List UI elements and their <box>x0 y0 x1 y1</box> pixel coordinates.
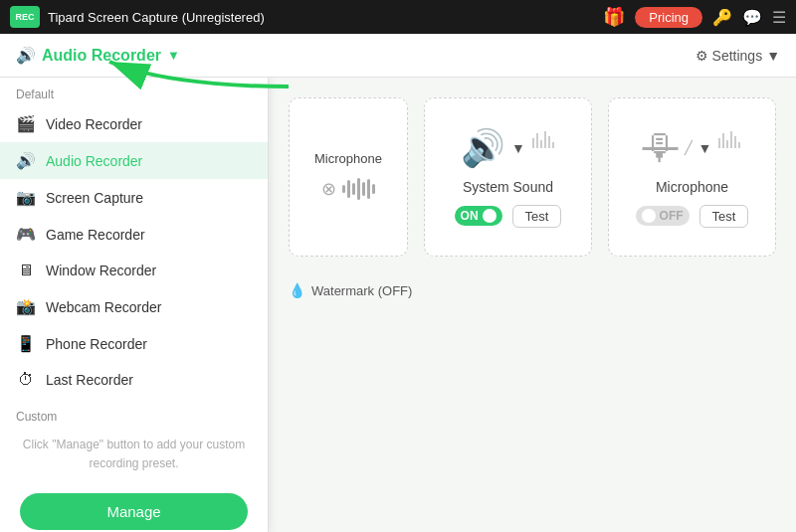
microphone-test-button[interactable]: Test <box>699 205 749 228</box>
last-recorder-icon: ⏱ <box>16 371 36 389</box>
app-logo: REC <box>10 6 40 28</box>
mic-toggle-knob <box>642 209 656 223</box>
system-sound-label: System Sound <box>463 179 553 195</box>
sidebar-item-game-label: Game Recorder <box>46 227 145 243</box>
main-content: 🔊 Audio Recorder ▼ ⚙ Settings ▼ Default … <box>0 34 796 532</box>
sidebar-item-phone[interactable]: 📱 Phone Recorder <box>0 325 268 362</box>
audio-cards-row: Microphone ⊗ <box>289 97 776 257</box>
video-recorder-icon: 🎬 <box>16 114 36 133</box>
mic-toggle-label: OFF <box>660 209 684 223</box>
gift-icon: 🎁 <box>603 6 625 28</box>
sidebar-item-last[interactable]: ⏱ Last Recorder <box>0 362 268 398</box>
manage-button[interactable]: Manage <box>20 493 248 530</box>
waveform <box>342 174 375 204</box>
custom-hint-text: Click "Manage" button to add your custom… <box>0 428 268 481</box>
mode-selector[interactable]: 🔊 Audio Recorder ▼ <box>16 46 180 65</box>
sidebar-item-audio-label: Audio Recorder <box>46 153 142 169</box>
audio-mode-icon: 🔊 <box>16 46 36 65</box>
bottom-bar: 💧 Watermark (OFF) <box>289 272 776 308</box>
system-sound-icon-row: 🔊 ▼ <box>461 127 555 169</box>
mode-bar: 🔊 Audio Recorder ▼ ⚙ Settings ▼ <box>0 34 796 78</box>
speaker-icon: 🔊 <box>461 127 505 169</box>
manage-btn-wrapper: Manage <box>0 481 268 532</box>
microphone-label: Microphone <box>656 179 728 195</box>
section-default: Default <box>0 78 268 105</box>
mic-waveform <box>717 128 741 168</box>
system-sound-toggle[interactable]: ON <box>455 206 502 226</box>
webcam-recorder-icon: 📸 <box>16 297 36 316</box>
title-bar-actions: 🎁 Pricing 🔑 💬 ☰ <box>603 6 786 28</box>
game-recorder-icon: 🎮 <box>16 225 36 244</box>
circle-x-icon: ⊗ <box>321 178 336 200</box>
mic-chevron[interactable]: ▼ <box>698 140 712 156</box>
toggle-knob <box>483 209 497 223</box>
settings-gear-icon: ⚙ <box>696 48 708 64</box>
window-recorder-icon: 🖥 <box>16 262 36 279</box>
sidebar-item-phone-label: Phone Recorder <box>46 336 147 352</box>
sidebar-item-webcam-label: Webcam Recorder <box>46 299 161 315</box>
sidebar-item-video[interactable]: 🎬 Video Recorder <box>0 105 268 142</box>
mode-chevron-icon: ▼ <box>167 48 180 63</box>
phone-recorder-icon: 📱 <box>16 334 36 353</box>
app-title: Tipard Screen Capture (Unregistered) <box>48 10 595 25</box>
settings-label: Settings <box>712 48 763 64</box>
right-content: Microphone ⊗ <box>269 78 796 532</box>
sidebar-item-last-label: Last Recorder <box>46 372 133 388</box>
watermark-icon: 💧 <box>289 282 305 298</box>
settings-chevron-icon: ▼ <box>766 48 780 64</box>
user-icon[interactable]: 🔑 <box>712 8 732 27</box>
system-sound-test-button[interactable]: Test <box>512 205 562 228</box>
system-sound-waveform <box>531 128 555 168</box>
system-sound-card: 🔊 ▼ System Sound <box>424 97 592 257</box>
partial-card-label: Microphone <box>314 151 382 166</box>
sidebar-item-window[interactable]: 🖥 Window Recorder <box>0 253 268 288</box>
microphone-toggle[interactable]: OFF <box>636 206 690 226</box>
system-sound-controls: ON Test <box>455 205 562 228</box>
audio-recorder-icon: 🔊 <box>16 151 36 170</box>
settings-button[interactable]: ⚙ Settings ▼ <box>696 48 780 64</box>
watermark-label: Watermark (OFF) <box>311 283 412 298</box>
sidebar-item-webcam[interactable]: 📸 Webcam Recorder <box>0 288 268 325</box>
microphone-controls: OFF Test <box>636 205 749 228</box>
section-custom: Custom <box>0 402 268 428</box>
dropdown-panel: Default 🎬 Video Recorder 🔊 Audio Recorde… <box>0 78 269 532</box>
mic-icon: 🎙 <box>643 127 679 169</box>
message-icon[interactable]: 💬 <box>742 8 762 27</box>
microphone-card: 🎙 ╱ ▼ Microphone <box>608 97 776 257</box>
body-area: Default 🎬 Video Recorder 🔊 Audio Recorde… <box>0 78 796 532</box>
sidebar-item-screen-label: Screen Capture <box>46 190 143 206</box>
system-sound-toggle-label: ON <box>461 209 479 223</box>
sidebar-item-window-label: Window Recorder <box>46 263 156 278</box>
screen-capture-icon: 📷 <box>16 188 36 207</box>
pricing-button[interactable]: Pricing <box>635 7 702 28</box>
mic-icon-row: 🎙 ╱ ▼ <box>643 127 742 169</box>
off-badge: ⊗ <box>321 174 375 204</box>
watermark-indicator: 💧 Watermark (OFF) <box>289 282 412 298</box>
menu-icon[interactable]: ☰ <box>772 8 786 27</box>
mic-slash: ╱ <box>685 140 693 155</box>
sidebar-item-game[interactable]: 🎮 Game Recorder <box>0 216 268 253</box>
microphone-partial-card: Microphone ⊗ <box>289 97 408 257</box>
title-bar: REC Tipard Screen Capture (Unregistered)… <box>0 0 796 34</box>
system-sound-chevron[interactable]: ▼ <box>511 140 525 156</box>
mode-label: Audio Recorder <box>42 47 161 65</box>
sidebar-item-video-label: Video Recorder <box>46 116 142 132</box>
sidebar-item-screen[interactable]: 📷 Screen Capture <box>0 179 268 216</box>
sidebar-item-audio[interactable]: 🔊 Audio Recorder <box>0 142 268 179</box>
